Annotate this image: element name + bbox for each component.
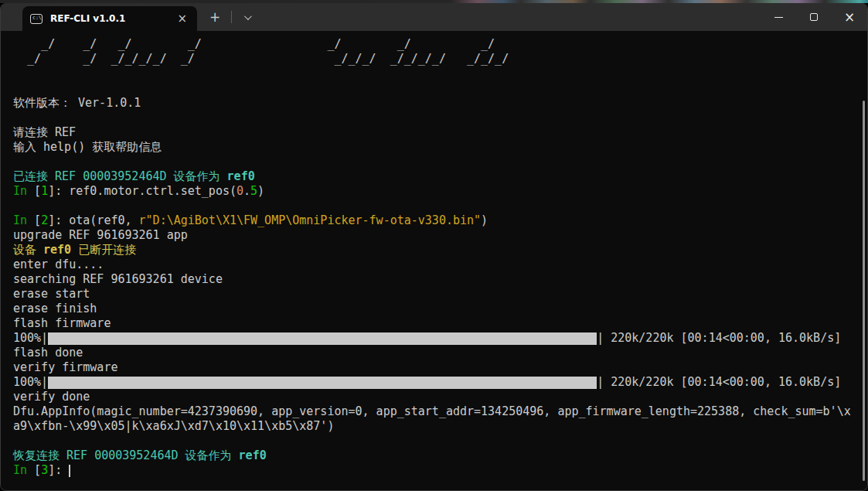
terminal-text: : [55,463,69,477]
terminal-text: : [55,184,69,198]
banner-line: _/ _/ _/ _/ _/ _/ _/ [13,37,867,52]
terminal-text: a9\xfbn-\x99\x05|k\xa6xJ\xd7\x10\x11\xb5… [13,419,334,433]
terminal-text: 输入 help() 获取帮助信息 [13,140,162,154]
progress-bar-fill [48,332,597,345]
terminal-text: _/ _/ _/_/_/_/ _/ _/_/_/ _/_/_/_/ _/_/_/ [13,52,509,66]
terminal-text: ota(ref0, [69,213,138,227]
terminal-text: erase finish [13,302,97,315]
tab-dropdown-button[interactable] [235,10,259,25]
blank-line [13,81,867,96]
terminal-text: flash done [13,346,83,360]
terminal-text: [ [34,213,41,227]
tab-ref-cli[interactable]: c:\ REF-CLI v1.0.1 × [22,6,197,31]
terminal-text: 已断开连接 [71,243,136,257]
output-line: erase start [13,287,867,302]
blank-line [13,66,867,81]
minimize-icon [774,17,783,18]
terminal-text: In [13,463,34,477]
terminal-text: 恢复连接 REF 00003952464D 设备作为 [13,448,239,462]
scrollbar-thumb[interactable] [863,101,865,481]
cmd-prompt-icon: c:\ [30,14,43,24]
terminal-text: | 220k/220k [00:14<00:00, 16.0kB/s] [597,375,841,389]
progress-line: 100%|| 220k/220k [00:14<00:00, 16.0kB/s] [13,331,867,346]
output-line: searching REF 961693261 device [13,272,867,287]
blank-line [13,155,867,169]
terminal-text: : [55,213,69,227]
terminal-text: r"D:\AgiBot\X1\FW_OMP\OmniPicker-fw-ota-… [139,213,482,227]
prompt-line: In [1]: ref0.motor.ctrl.set_pos(0.5) [13,184,867,199]
terminal-text: In [13,184,34,198]
progress-line: 100%|| 220k/220k [00:14<00:00, 16.0kB/s] [13,375,867,390]
terminal-text: 3 [41,463,48,477]
new-tab-button[interactable]: + [202,8,228,26]
output-line: erase finish [13,302,867,316]
minimize-button[interactable] [761,3,796,31]
terminal-text: 请连接 REF [13,125,76,139]
terminal-text: flash firmware [13,316,111,330]
output-line: Dfu.AppInfo(magic_number=4237390690, app… [13,404,867,419]
terminal-text: In [13,213,34,227]
desktop-background: c:\ REF-CLI v1.0.1 × + × _/ _/ _/ _/ [0,0,868,491]
output-line: verify firmware [13,360,867,375]
terminal-text: 设备 [13,243,43,257]
maximize-icon [810,13,818,21]
terminal-text: 1 [41,184,48,198]
disconnect-line: 设备 ref0 已断开连接 [13,243,867,257]
titlebar[interactable]: c:\ REF-CLI v1.0.1 × + × [1,3,867,31]
blank-line [13,434,867,448]
terminal-text: ref0 [239,448,267,462]
output-line: flash done [13,346,867,360]
blank-line [13,111,867,125]
terminal-text: searching REF 961693261 device [13,272,223,286]
terminal-text: ] [48,463,55,477]
output-line: upgrade REF 961693261 app [13,228,867,243]
chevron-down-icon [244,12,252,20]
terminal-text: erase start [13,287,90,301]
connected-line: 已连接 REF 00003952464D 设备作为 ref0 [13,169,867,184]
version-line: 软件版本： Ver-1.0.1 [13,96,867,111]
terminal-text: 0 [237,184,243,198]
terminal-text: ref0 [43,243,71,257]
terminal-text: upgrade REF 961693261 app [13,228,188,242]
output-line: enter dfu.... [13,257,867,272]
terminal-text: verify done [13,390,90,404]
terminal-text: 100%| [13,375,48,389]
terminal-text: | 220k/220k [00:14<00:00, 16.0kB/s] [597,331,841,345]
terminal-text: ref0 [227,169,255,183]
hint-line: 请连接 REF [13,125,867,140]
terminal-text: 软件版本： Ver-1.0.1 [13,96,141,110]
terminal-text: [ [34,184,41,198]
tab-close-icon[interactable]: × [173,12,191,26]
banner-line: _/ _/ _/_/_/_/ _/ _/_/_/ _/_/_/_/ _/_/_/ [13,52,867,66]
terminal-text: Dfu.AppInfo(magic_number=4237390690, app… [13,404,851,418]
terminal-text: 100%| [13,331,48,345]
text-cursor [69,465,70,477]
output-line: verify done [13,390,867,404]
terminal-text: 2 [41,213,48,227]
terminal-text: verify firmware [13,360,117,374]
reconnected-line: 恢复连接 REF 00003952464D 设备作为 ref0 [13,448,867,463]
terminal-window: c:\ REF-CLI v1.0.1 × + × _/ _/ _/ _/ [0,3,868,491]
terminal-text: . [243,184,250,198]
prompt-line: In [3]: [13,463,867,478]
terminal-text: enter dfu.... [13,257,104,271]
terminal-text: ) [257,184,264,198]
tab-title: REF-CLI v1.0.1 [50,13,173,24]
terminal-text: ] [48,184,55,198]
maximize-button[interactable] [796,3,832,31]
blank-line [13,199,867,213]
close-button[interactable]: × [832,3,867,31]
terminal-text: _/ _/ _/ _/ _/ _/ _/ [13,37,495,51]
terminal-text: ] [48,213,55,227]
progress-bar-fill [48,377,597,389]
terminal-text: [ [34,463,41,477]
terminal-content[interactable]: _/ _/ _/ _/ _/ _/ _/ _/ _/ _/_/_/_/ _/ _… [1,31,867,490]
prompt-line: In [2]: ota(ref0, r"D:\AgiBot\X1\FW_OMP\… [13,213,867,228]
terminal-text: 5 [250,184,257,198]
hint-line: 输入 help() 获取帮助信息 [13,140,867,155]
titlebar-drag-area[interactable] [259,3,761,31]
terminal-text: 已连接 REF 00003952464D 设备作为 [13,169,227,183]
close-icon: × [844,11,855,24]
terminal-text: ref0.motor.ctrl.set_pos( [69,184,237,198]
tab-separator [231,11,232,23]
